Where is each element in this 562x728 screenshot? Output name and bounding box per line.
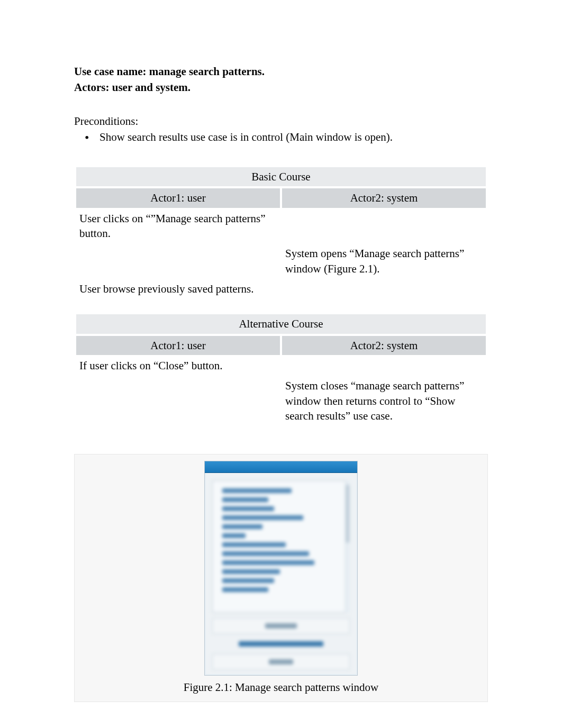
basic-row-left — [76, 245, 280, 278]
usecase-name-line: Use case name: manage search patterns. — [74, 63, 488, 79]
close-button[interactable] — [212, 654, 350, 670]
figure-2-1: Figure 2.1: Manage search patterns windo… — [74, 454, 488, 702]
actors-line: Actors: user and system. — [74, 79, 488, 95]
dialog-action-button-1[interactable] — [212, 618, 350, 634]
alternative-course-title: Alternative Course — [76, 314, 486, 333]
alt-row-right: System closes “manage search patterns” w… — [282, 377, 486, 425]
alternative-course-table: Alternative Course Actor1: user Actor2: … — [74, 312, 488, 427]
listbox-scrollbar[interactable] — [345, 480, 350, 613]
preconditions-label: Preconditions: — [74, 114, 488, 129]
alt-row-right — [282, 357, 486, 375]
alt-actor1-header: Actor1: user — [76, 336, 280, 355]
dialog-body — [205, 473, 357, 675]
basic-course-table: Basic Course Actor1: user Actor2: system… — [74, 165, 488, 301]
precondition-item: Show search results use case is in contr… — [90, 129, 488, 147]
basic-row-left: User browse previously saved patterns. — [76, 280, 280, 298]
manage-search-patterns-dialog — [204, 461, 358, 676]
saved-patterns-listbox[interactable] — [212, 480, 350, 613]
alt-actor2-header: Actor2: system — [282, 336, 486, 355]
basic-course-title: Basic Course — [76, 167, 486, 186]
figure-caption: Figure 2.1: Manage search patterns windo… — [184, 681, 379, 694]
basic-row-right — [282, 210, 486, 243]
basic-actor1-header: Actor1: user — [76, 188, 280, 207]
dialog-titlebar — [205, 461, 357, 473]
dialog-link[interactable] — [212, 639, 350, 649]
alt-row-left: If user clicks on “Close” button. — [76, 357, 280, 375]
basic-row-right — [282, 280, 486, 298]
page: Use case name: manage search patterns. A… — [0, 0, 562, 728]
alt-row-left — [76, 377, 280, 425]
basic-row-right: System opens “Manage search patterns” wi… — [282, 245, 486, 278]
preconditions-block: Preconditions: Show search results use c… — [74, 114, 488, 147]
basic-row-left: User clicks on “”Manage search patterns”… — [76, 210, 280, 243]
basic-actor2-header: Actor2: system — [282, 188, 486, 207]
